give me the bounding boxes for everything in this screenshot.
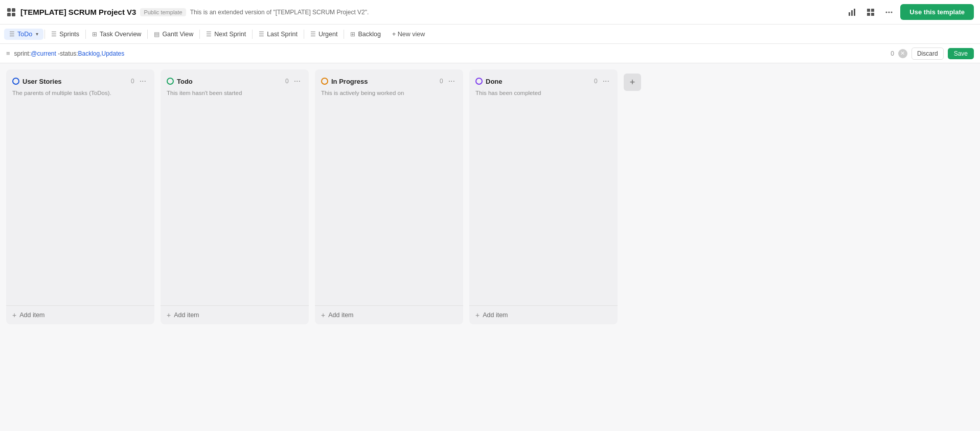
more-options-button[interactable]: [882, 5, 896, 19]
app-icon: [6, 7, 16, 17]
filter-clear-button[interactable]: ✕: [898, 49, 907, 58]
svg-rect-1: [12, 8, 15, 12]
column-header-done: Done 0 ···: [469, 69, 618, 90]
svg-point-11: [886, 11, 887, 13]
tab-gantt-view[interactable]: ▤ Gantt View: [149, 29, 198, 40]
kanban-board: User Stories 0 ··· The parents of multip…: [0, 63, 980, 431]
tab-bar: ☰ ToDo ▾ ☰ Sprints ⊞ Task Overview ▤ Gan…: [0, 25, 980, 44]
svg-rect-10: [871, 13, 874, 16]
column-menu-in-progress[interactable]: ···: [446, 76, 457, 87]
tab-icon-task-overview: ⊞: [92, 31, 97, 38]
add-label-done: Add item: [483, 312, 508, 319]
svg-point-12: [888, 11, 890, 13]
add-icon-todo: +: [167, 311, 171, 319]
column-count-user-stories: 0: [131, 78, 134, 85]
column-count-todo: 0: [285, 78, 289, 85]
chart-view-button[interactable]: [845, 5, 859, 19]
svg-point-13: [891, 11, 893, 13]
new-view-button[interactable]: + New view: [387, 29, 430, 40]
tab-label-last-sprint: Last Sprint: [267, 31, 298, 38]
app-header: [TEMPLATE] SCRUM Project V3 Public templ…: [0, 0, 980, 25]
column-add-item-user-stories[interactable]: + Add item: [6, 305, 154, 324]
status-dot-user-stories: [12, 78, 19, 85]
filter-sprint-value: @current: [31, 50, 56, 57]
tab-icon-gantt: ▤: [154, 31, 159, 38]
filter-middle: -status:: [56, 50, 78, 57]
column-user-stories: User Stories 0 ··· The parents of multip…: [6, 69, 154, 324]
use-template-button[interactable]: Use this template: [900, 4, 974, 20]
filter-text: sprint:@current -status:Backlog,Updates: [14, 50, 887, 57]
tab-sprints[interactable]: ☰ Sprints: [46, 29, 84, 40]
tab-icon-sprints: ☰: [51, 31, 57, 38]
svg-rect-4: [849, 12, 850, 16]
column-menu-done[interactable]: ···: [601, 76, 611, 87]
svg-rect-6: [854, 9, 855, 16]
svg-rect-0: [7, 8, 11, 12]
column-description-user-stories: The parents of multiple tasks (ToDos).: [6, 90, 154, 101]
tab-label-sprints: Sprints: [59, 31, 79, 38]
tab-dropdown-todo: ▾: [36, 31, 38, 37]
tab-label-urgent: Urgent: [318, 31, 338, 38]
svg-rect-5: [851, 10, 853, 16]
column-description-done: This has been completed: [469, 90, 618, 101]
tab-separator-5: [252, 30, 253, 39]
column-in-progress: In Progress 0 ··· This is actively being…: [315, 69, 463, 324]
discard-button[interactable]: Discard: [911, 47, 944, 60]
tab-separator-4: [199, 30, 200, 39]
tab-icon-next-sprint: ☰: [206, 31, 212, 38]
column-add-item-in-progress[interactable]: + Add item: [315, 305, 463, 324]
svg-rect-9: [867, 13, 870, 16]
add-label-in-progress: Add item: [328, 312, 353, 319]
status-dot-todo: [167, 78, 174, 85]
tab-icon-last-sprint: ☰: [259, 31, 264, 38]
filter-status-value: Backlog,Updates: [78, 50, 125, 57]
add-column-button[interactable]: +: [624, 74, 641, 91]
tab-label-task-overview: Task Overview: [100, 31, 141, 38]
add-icon-done: +: [475, 311, 480, 319]
column-title-done: Done: [486, 78, 591, 85]
svg-rect-8: [871, 9, 874, 12]
tab-last-sprint[interactable]: ☰ Last Sprint: [254, 29, 303, 40]
tab-separator-7: [344, 30, 344, 39]
grid-view-button[interactable]: [863, 5, 878, 19]
tab-separator-3: [147, 30, 148, 39]
column-body-todo: [161, 101, 309, 305]
svg-rect-7: [867, 9, 870, 12]
tab-backlog[interactable]: ⊞ Backlog: [345, 29, 385, 40]
status-dot-in-progress: [321, 78, 328, 85]
filter-bar: ≡ sprint:@current -status:Backlog,Update…: [0, 44, 980, 63]
column-header-in-progress: In Progress 0 ···: [315, 69, 463, 90]
add-icon-user-stories: +: [12, 311, 16, 319]
column-description-in-progress: This is actively being worked on: [315, 90, 463, 101]
tab-urgent[interactable]: ☰ Urgent: [305, 29, 343, 40]
tab-icon-urgent: ☰: [310, 31, 316, 38]
column-body-done: [469, 101, 618, 305]
column-title-user-stories: User Stories: [22, 78, 128, 85]
tab-task-overview[interactable]: ⊞ Task Overview: [87, 29, 146, 40]
tab-icon-todo: ☰: [9, 31, 15, 38]
add-icon-in-progress: +: [321, 311, 325, 319]
save-button[interactable]: Save: [948, 48, 974, 59]
filter-prefix: sprint:: [14, 50, 31, 57]
tab-separator-1: [44, 30, 45, 39]
header-actions: Use this template: [845, 4, 974, 20]
tab-label-backlog: Backlog: [358, 31, 380, 38]
column-menu-user-stories[interactable]: ···: [138, 76, 148, 87]
tab-icon-backlog: ⊞: [350, 31, 355, 38]
tab-separator-2: [85, 30, 86, 39]
add-label-todo: Add item: [174, 312, 199, 319]
column-add-item-done[interactable]: + Add item: [469, 305, 618, 324]
svg-rect-3: [12, 13, 15, 16]
tab-label-gantt: Gantt View: [162, 31, 193, 38]
column-menu-todo[interactable]: ···: [292, 76, 303, 87]
svg-rect-2: [7, 13, 11, 16]
filter-icon: ≡: [6, 50, 10, 57]
filter-count: 0: [891, 50, 894, 57]
column-title-in-progress: In Progress: [331, 78, 437, 85]
public-badge: Public template: [140, 8, 186, 16]
tab-todo[interactable]: ☰ ToDo ▾: [4, 29, 43, 40]
column-body-in-progress: [315, 101, 463, 305]
tab-next-sprint[interactable]: ☰ Next Sprint: [201, 29, 251, 40]
column-add-item-todo[interactable]: + Add item: [161, 305, 309, 324]
column-title-todo: Todo: [177, 78, 282, 85]
